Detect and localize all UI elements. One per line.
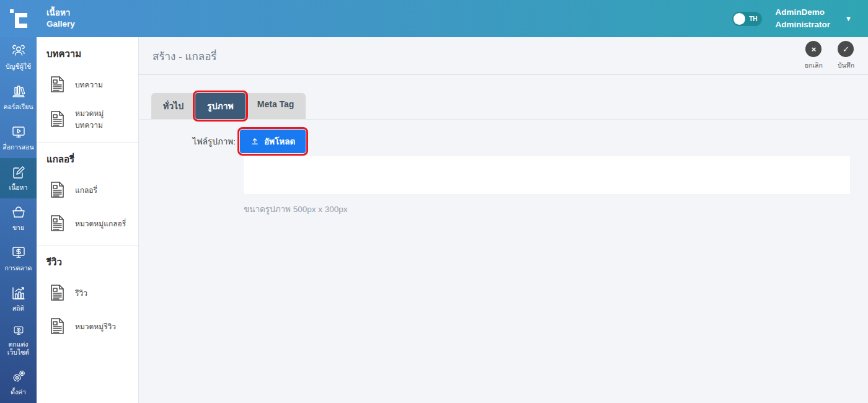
sidebar-item-stats[interactable]: สถิติ [0, 279, 37, 319]
close-icon: × [805, 41, 822, 57]
submenu-item-review-categories[interactable]: หมวดหมู่รีวิว [46, 316, 128, 337]
sidebar-item-label: ตกแต่งเว็บไซต์ [1, 340, 35, 357]
cancel-button[interactable]: × ยกเลิก [805, 41, 823, 71]
cancel-label: ยกเลิก [805, 60, 823, 71]
image-tab-panel: ไฟล์รูปภาพ: อัพโหลด ขนาดรูปภาพ 500px x 3… [139, 120, 868, 216]
submenu-item-label: แกลอรี่ [75, 184, 97, 196]
sidebar-item-settings[interactable]: ตั้งค่า [0, 363, 37, 403]
section-title: แกลอรี่ [46, 152, 128, 167]
sidebar-item-label: สถิติ [12, 304, 25, 313]
submenu-item-gallery-categories[interactable]: หมวดหมู่แกลอรี่ [46, 213, 128, 234]
sidebar-item-courses[interactable]: คอร์สเรียน [0, 78, 37, 118]
submenu-item-label: หมวดหมู่รีวิว [75, 321, 116, 332]
main-content: สร้าง - แกลอรี่ × ยกเลิก ✓ บันทึก ทั่วไป… [139, 37, 868, 403]
submenu-section-gallery: แกลอรี่ แกลอรี่ หมวดหมู่แกลอรี่ [37, 143, 138, 246]
sidebar-item-label: สื่อการสอน [2, 143, 34, 152]
sidebar-item-content[interactable]: เนื้อหา [0, 158, 37, 198]
document-icon [46, 74, 68, 95]
upload-button-label: อัพโหลด [264, 135, 295, 148]
submenu-item-gallery[interactable]: แกลอรี่ [46, 179, 128, 200]
save-label: บันทึก [838, 60, 854, 71]
sidebar-item-label: เนื้อหา [9, 184, 28, 192]
media-player-icon [11, 124, 27, 140]
upload-icon [250, 137, 259, 146]
user-menu[interactable]: AdminDemo Administrator [776, 6, 831, 30]
section-title: รีวิว [46, 255, 128, 270]
brand-logo-icon [7, 7, 30, 30]
image-preview-area[interactable] [244, 156, 850, 194]
chevron-down-icon[interactable]: ▼ [845, 15, 852, 22]
tab-bar: ทั่วไป รูปภาพ Meta Tag [139, 93, 868, 120]
sidebar-item-label: บัญชีผู้ใช้ [6, 63, 31, 71]
submenu-item-label: รีวิว [75, 287, 87, 299]
sidebar-item-label: การตลาด [5, 264, 32, 273]
submenu-item-article-categories[interactable]: หมวดหมู่บทความ [46, 107, 128, 131]
sidebar-item-users[interactable]: บัญชีผู้ใช้ [0, 37, 37, 78]
submenu-section-articles: บทความ บทความ หมวดหมู่บทความ [37, 37, 138, 143]
content-edit-icon [11, 164, 27, 180]
tab-meta-tag[interactable]: Meta Tag [246, 93, 306, 119]
sidebar-item-label: ขาย [12, 224, 24, 232]
website-gear-icon [11, 325, 27, 337]
settings-gears-icon [11, 369, 27, 385]
image-file-label: ไฟล์รูปภาพ: [139, 135, 240, 148]
user-name: AdminDemo [776, 6, 831, 19]
document-icon [46, 108, 68, 130]
submenu-item-label: หมวดหมู่บทความ [75, 107, 128, 131]
section-title: บทความ [46, 46, 128, 61]
marketing-monitor-icon [11, 245, 27, 261]
top-header: เนื้อหา Gallery TH AdminDemo Administrat… [0, 0, 868, 37]
breadcrumb-line1: เนื้อหา [46, 7, 75, 19]
document-icon [46, 213, 68, 234]
check-icon: ✓ [838, 41, 854, 57]
image-size-hint: ขนาดรูปภาพ 500px x 300px [244, 202, 868, 216]
sidebar-item-media[interactable]: สื่อการสอน [0, 118, 37, 158]
admin-app: เนื้อหา Gallery TH AdminDemo Administrat… [0, 0, 868, 403]
tab-general[interactable]: ทั่วไป [151, 93, 195, 119]
app-logo[interactable] [0, 0, 37, 37]
language-toggle[interactable]: TH [732, 12, 762, 26]
content-submenu: บทความ บทความ หมวดหมู่บทความ แกลอรี่ [37, 37, 139, 403]
sidebar-item-label: คอร์สเรียน [4, 103, 33, 112]
toggle-knob [733, 13, 745, 25]
submenu-item-label: บทความ [75, 79, 103, 91]
save-button[interactable]: ✓ บันทึก [838, 41, 854, 71]
submenu-item-label: หมวดหมู่แกลอรี่ [75, 218, 126, 229]
stats-chart-icon [11, 285, 27, 301]
tab-image[interactable]: รูปภาพ [195, 93, 246, 119]
users-icon [11, 43, 27, 60]
page-header: สร้าง - แกลอรี่ × ยกเลิก ✓ บันทึก [139, 37, 868, 75]
page-title: สร้าง - แกลอรี่ [153, 48, 216, 64]
document-icon [46, 282, 68, 303]
user-role: Administrator [776, 19, 831, 31]
basket-icon [11, 205, 27, 221]
sidebar-item-label: ตั้งค่า [11, 388, 26, 397]
document-icon [46, 316, 68, 337]
sidebar-item-sell[interactable]: ขาย [0, 198, 37, 239]
submenu-item-reviews[interactable]: รีวิว [46, 282, 128, 303]
breadcrumb-line2: Gallery [46, 19, 75, 30]
page-breadcrumb: เนื้อหา Gallery [46, 7, 75, 30]
upload-button[interactable]: อัพโหลด [240, 130, 306, 153]
library-icon [11, 84, 27, 100]
sidebar-item-marketing[interactable]: การตลาด [0, 239, 37, 279]
language-label: TH [749, 16, 757, 22]
sidebar-item-website-design[interactable]: ตกแต่งเว็บไซต์ [0, 319, 37, 363]
submenu-item-articles[interactable]: บทความ [46, 74, 128, 95]
main-sidebar: บัญชีผู้ใช้ คอร์สเรียน สื่อการสอน [0, 37, 37, 403]
document-icon [46, 179, 68, 200]
submenu-section-reviews: รีวิว รีวิว หมวดหมู่รีวิว [37, 246, 138, 348]
